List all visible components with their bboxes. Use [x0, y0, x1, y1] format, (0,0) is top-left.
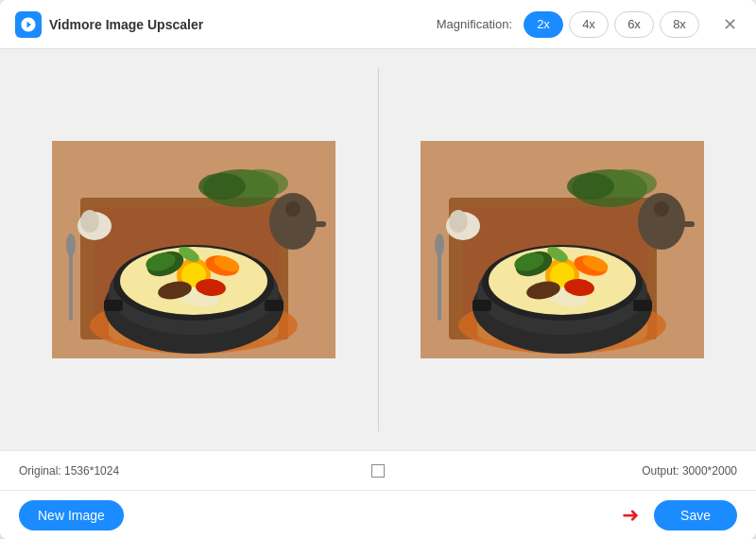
- svg-rect-51: [633, 300, 652, 311]
- svg-rect-23: [312, 221, 326, 227]
- svg-point-25: [80, 210, 99, 233]
- svg-point-30: [66, 234, 76, 256]
- info-bar: Original: 1536*1024 Output: 3000*2000: [0, 450, 756, 490]
- title-bar: Vidmore Image Upscaler Magnification: 2x…: [0, 0, 756, 49]
- svg-rect-20: [265, 300, 284, 311]
- close-button[interactable]: ✕: [718, 13, 741, 36]
- svg-point-61: [435, 234, 444, 256]
- svg-point-28: [198, 173, 246, 200]
- svg-point-53: [654, 201, 669, 217]
- mag-4x-button[interactable]: 4x: [569, 11, 609, 38]
- app-window: Vidmore Image Upscaler Magnification: 2x…: [0, 0, 756, 539]
- mag-2x-button[interactable]: 2x: [524, 11, 563, 38]
- compare-icon: [371, 464, 385, 478]
- svg-point-22: [285, 201, 301, 217]
- svg-rect-29: [69, 254, 73, 321]
- center-icon-area: [359, 464, 397, 478]
- svg-point-59: [567, 173, 614, 200]
- output-food-image: [421, 141, 704, 358]
- arrow-container: ➜: [622, 503, 639, 528]
- output-image-panel: [388, 68, 738, 431]
- app-title: Vidmore Image Upscaler: [49, 17, 203, 32]
- save-button[interactable]: Save: [654, 500, 737, 530]
- svg-point-56: [449, 210, 468, 233]
- magnification-label: Magnification:: [437, 17, 512, 31]
- svg-rect-19: [104, 300, 123, 311]
- mag-6x-button[interactable]: 6x: [614, 11, 654, 38]
- magnification-buttons: 2x 4x 6x 8x: [524, 11, 699, 38]
- svg-rect-54: [680, 221, 695, 227]
- new-image-button[interactable]: New Image: [19, 500, 124, 530]
- app-logo: [15, 11, 42, 38]
- svg-rect-60: [438, 254, 441, 321]
- footer: New Image ➜ Save: [0, 490, 756, 539]
- footer-right: ➜ Save: [622, 500, 737, 530]
- svg-rect-50: [472, 300, 491, 311]
- output-info: Output: 3000*2000: [397, 464, 737, 478]
- original-food-image: [52, 141, 335, 358]
- right-arrow-icon: ➜: [622, 503, 639, 528]
- mag-8x-button[interactable]: 8x: [660, 11, 699, 38]
- app-logo-icon: [20, 16, 37, 33]
- panel-divider: [378, 68, 379, 431]
- original-info: Original: 1536*1024: [19, 464, 359, 478]
- original-image-panel: [19, 68, 369, 431]
- main-content: [0, 49, 756, 450]
